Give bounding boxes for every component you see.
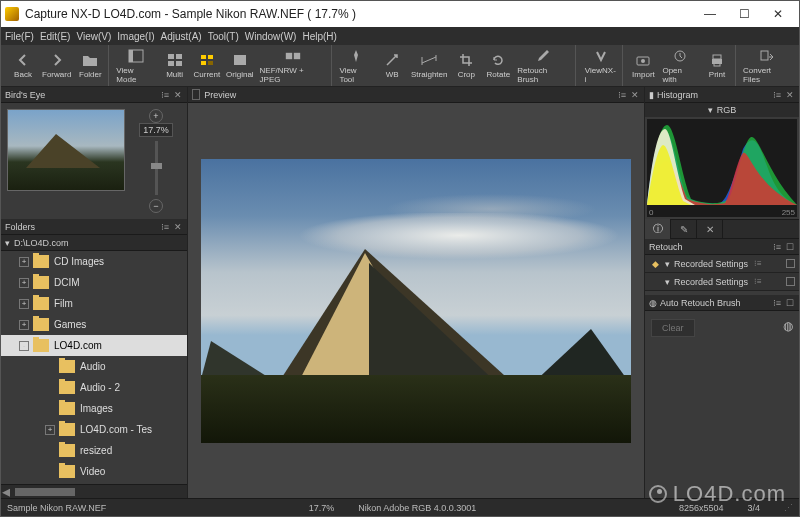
folder-row[interactable]: +CD Images: [1, 251, 187, 272]
minimize-button[interactable]: —: [693, 2, 727, 26]
forward-button[interactable]: Forward: [40, 47, 73, 85]
panel-close-icon[interactable]: ✕: [173, 222, 183, 232]
panel-menu-icon[interactable]: ⁝≡: [772, 298, 782, 308]
menu-window[interactable]: Window(W): [245, 31, 297, 42]
expand-icon[interactable]: +: [19, 278, 29, 288]
panel-close-icon[interactable]: ✕: [630, 90, 640, 100]
statusbar: Sample Nikon RAW.NEF 17.7% Nikon Adobe R…: [1, 498, 799, 516]
svg-rect-9: [208, 61, 213, 65]
folder-icon: [59, 423, 75, 436]
panel-menu-icon[interactable]: ⁝≡: [772, 242, 782, 252]
folder-row[interactable]: +Games: [1, 314, 187, 335]
open-with-button[interactable]: Open with: [660, 47, 700, 85]
menu-view[interactable]: View(V): [76, 31, 111, 42]
folder-label: Images: [80, 403, 113, 414]
folder-label: Games: [54, 319, 86, 330]
panel-checkbox[interactable]: ☐: [785, 242, 795, 252]
expand-icon[interactable]: +: [19, 299, 29, 309]
import-button[interactable]: Import: [628, 47, 658, 85]
view-tool-button[interactable]: View Tool: [337, 47, 375, 85]
folder-row[interactable]: Audio: [1, 356, 187, 377]
straighten-button[interactable]: Straighten: [409, 47, 449, 85]
menu-tool[interactable]: Tool(T): [208, 31, 239, 42]
menu-file[interactable]: File(F): [5, 31, 34, 42]
status-zoom: 17.7%: [309, 503, 335, 513]
expand-icon[interactable]: +: [19, 257, 29, 267]
zoom-out-icon[interactable]: −: [149, 199, 163, 213]
folder-row[interactable]: Video: [1, 461, 187, 482]
close-button[interactable]: ✕: [761, 2, 795, 26]
folder-path[interactable]: ▾D:\LO4D.com: [1, 235, 187, 251]
folder-row[interactable]: resized: [1, 440, 187, 461]
folder-icon: [59, 444, 75, 457]
expand-icon: [45, 362, 55, 372]
preview-viewport[interactable]: [188, 103, 644, 498]
convert-files-button[interactable]: Convert Files: [741, 47, 792, 85]
panel-menu-icon[interactable]: ⁝≡: [772, 90, 782, 100]
menu-image[interactable]: Image(I): [117, 31, 154, 42]
horizontal-scrollbar[interactable]: ◂: [1, 484, 187, 498]
maximize-button[interactable]: ☐: [727, 2, 761, 26]
folder-row[interactable]: +DCIM: [1, 272, 187, 293]
folder-label: Film: [54, 298, 73, 309]
right-panel: ▮ Histogram ⁝≡ ✕ ▾RGB 0255: [644, 87, 799, 498]
menu-adjust[interactable]: Adjust(A): [161, 31, 202, 42]
folder-row[interactable]: Audio - 2: [1, 377, 187, 398]
folder-icon: [59, 360, 75, 373]
expand-icon[interactable]: +: [45, 425, 55, 435]
tab-info-icon[interactable]: ⓘ: [645, 219, 671, 239]
birdseye-thumbnail[interactable]: [7, 109, 125, 191]
histogram-mode[interactable]: ▾RGB: [645, 103, 799, 117]
clear-button[interactable]: Clear: [651, 319, 695, 337]
folder-row[interactable]: Images: [1, 398, 187, 419]
expand-icon: [45, 404, 55, 414]
tab-edit-icon[interactable]: ✎: [671, 219, 697, 239]
row-checkbox[interactable]: [786, 259, 795, 268]
viewnx-button[interactable]: ViewNX-i: [583, 47, 620, 85]
wb-button[interactable]: WB: [377, 47, 407, 85]
folder-row[interactable]: +LO4D.com - Tes: [1, 419, 187, 440]
panel-menu-icon[interactable]: ⁝≡: [160, 90, 170, 100]
histogram-title: Histogram: [657, 90, 698, 100]
panel-close-icon[interactable]: ✕: [785, 90, 795, 100]
folder-row[interactable]: +Film: [1, 293, 187, 314]
original-button[interactable]: Original: [224, 47, 255, 85]
folder-icon: [59, 402, 75, 415]
row-menu-icon[interactable]: ⁝≡: [754, 259, 764, 269]
panel-menu-icon[interactable]: ⁝≡: [160, 222, 170, 232]
zoom-slider[interactable]: [155, 141, 158, 195]
folder-row[interactable]: -LO4D.com: [1, 335, 187, 356]
expand-icon[interactable]: -: [19, 341, 29, 351]
tab-tools-icon[interactable]: ✕: [697, 219, 723, 239]
preview-checkbox[interactable]: [192, 89, 200, 100]
crop-button[interactable]: Crop: [451, 47, 481, 85]
print-button[interactable]: Print: [702, 47, 732, 85]
recorded-settings-row[interactable]: ◆ ▾ Recorded Settings ⁝≡: [645, 273, 799, 291]
expand-icon[interactable]: +: [19, 320, 29, 330]
folder-tree[interactable]: +CD Images+DCIM+Film+Games-LO4D.comAudio…: [1, 251, 187, 484]
svg-rect-16: [713, 55, 721, 59]
row-checkbox[interactable]: [786, 277, 795, 286]
rotate-button[interactable]: Rotate: [483, 47, 513, 85]
panel-checkbox[interactable]: ☐: [785, 298, 795, 308]
panel-close-icon[interactable]: ✕: [173, 90, 183, 100]
status-color-profile: Nikon Adobe RGB 4.0.0.3001: [358, 503, 476, 513]
svg-rect-8: [201, 61, 206, 65]
current-button[interactable]: Current: [192, 47, 223, 85]
svg-point-14: [641, 59, 645, 63]
zoom-in-icon[interactable]: +: [149, 109, 163, 123]
row-menu-icon[interactable]: ⁝≡: [754, 277, 764, 287]
panel-menu-icon[interactable]: ⁝≡: [617, 90, 627, 100]
folder-button[interactable]: Folder: [75, 47, 105, 85]
zoom-value[interactable]: 17.7%: [139, 123, 173, 137]
view-mode-button[interactable]: View Mode: [114, 47, 157, 85]
nef-nrw-jpeg-button[interactable]: NEF/NRW + JPEG: [258, 47, 329, 85]
recorded-settings-row[interactable]: ◆ ▾ Recorded Settings ⁝≡: [645, 255, 799, 273]
eraser-tool-icon[interactable]: ◍: [783, 319, 793, 333]
multi-button[interactable]: Multi: [160, 47, 190, 85]
back-button[interactable]: Back: [8, 47, 38, 85]
menu-edit[interactable]: Edit(E): [40, 31, 71, 42]
toolbar: Back Forward Folder View Mode Multi Curr…: [1, 45, 799, 87]
menu-help[interactable]: Help(H): [302, 31, 336, 42]
retouch-brush-button[interactable]: Retouch Brush: [515, 47, 572, 85]
